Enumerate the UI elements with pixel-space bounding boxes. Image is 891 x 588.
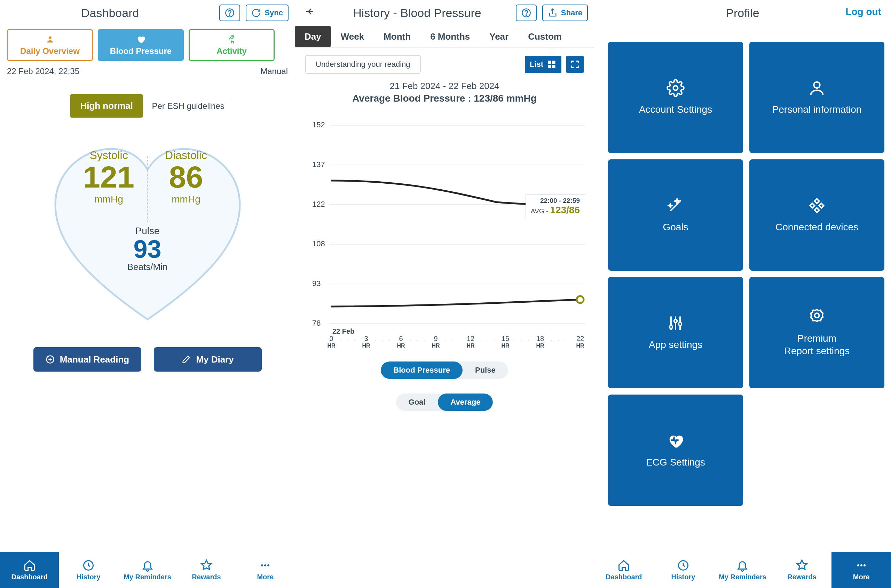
range-year[interactable]: Year xyxy=(479,26,518,47)
svg-point-10 xyxy=(526,15,527,15)
clock-icon xyxy=(82,559,95,572)
svg-point-7 xyxy=(264,564,266,566)
more-icon xyxy=(259,559,272,572)
svg-point-17 xyxy=(673,86,678,90)
tab-daily-overview[interactable]: Daily Overview xyxy=(7,29,93,61)
nav2-dashboard[interactable]: Dashboard xyxy=(594,552,654,588)
xtick: 22HR xyxy=(573,335,587,349)
x-axis-date: 22 Feb xyxy=(332,327,354,335)
status-badge: High normal xyxy=(70,94,143,118)
sync-icon xyxy=(251,8,261,18)
nav-more[interactable]: More xyxy=(236,552,295,588)
range-custom[interactable]: Custom xyxy=(518,26,571,47)
clock-icon xyxy=(677,559,690,572)
edit-icon xyxy=(181,354,191,364)
bottom-nav-dashboard: Dashboard History My Reminders Rewards M… xyxy=(0,552,295,588)
tile-app-settings[interactable]: App settings xyxy=(608,277,743,388)
nav-history[interactable]: History xyxy=(59,552,118,588)
user-icon xyxy=(45,34,55,44)
expand-icon xyxy=(570,60,580,69)
nav2-rewards[interactable]: Rewards xyxy=(772,552,832,588)
seg-blood-pressure[interactable]: Blood Pressure xyxy=(381,362,463,379)
star-icon xyxy=(200,559,213,572)
seg-average[interactable]: Average xyxy=(438,393,493,411)
nav2-more[interactable]: More xyxy=(831,552,891,588)
my-diary-button[interactable]: My Diary xyxy=(154,347,262,372)
svg-rect-13 xyxy=(548,65,551,68)
pulse-value: 93 xyxy=(128,237,168,262)
share-button[interactable]: Share xyxy=(542,4,588,21)
reading-timestamp: 22 Feb 2024, 22:35 xyxy=(7,66,80,76)
svg-point-16 xyxy=(577,296,584,303)
history-pane: History - Blood Pressure Share Day Week … xyxy=(295,0,594,588)
dashboard-title: Dashboard xyxy=(81,6,139,20)
help-button-history[interactable] xyxy=(516,4,537,21)
nav-reminders[interactable]: My Reminders xyxy=(118,552,177,588)
diastolic-value: 86 xyxy=(169,162,203,192)
svg-point-21 xyxy=(679,322,682,326)
chart-date-range: 21 Feb 2024 - 22 Feb 2024 xyxy=(295,81,594,92)
svg-point-22 xyxy=(815,313,819,318)
tab-activity[interactable]: Activity xyxy=(189,29,275,61)
pulse-unit: Beats/Min xyxy=(128,262,168,272)
status-note: Per ESH guidelines xyxy=(152,101,224,111)
svg-point-3 xyxy=(232,35,234,37)
ecg-heart-icon xyxy=(667,432,685,450)
tile-personal-info[interactable]: Personal information xyxy=(749,42,884,153)
profile-title: Profile xyxy=(726,6,759,20)
more-icon xyxy=(855,559,868,572)
nav2-reminders[interactable]: My Reminders xyxy=(713,552,772,588)
svg-point-2 xyxy=(49,36,51,39)
tile-account-settings[interactable]: Account Settings xyxy=(608,42,743,153)
back-button[interactable] xyxy=(301,5,319,21)
range-6months[interactable]: 6 Months xyxy=(421,26,479,47)
fullscreen-button[interactable] xyxy=(566,56,584,73)
diastolic-unit: mmHg xyxy=(171,194,200,205)
devices-icon xyxy=(808,196,826,214)
understanding-reading-button[interactable]: Understanding your reading xyxy=(305,55,421,74)
svg-point-19 xyxy=(670,326,673,328)
svg-rect-11 xyxy=(548,61,551,64)
sync-button[interactable]: Sync xyxy=(246,4,288,21)
help-button-dashboard[interactable] xyxy=(219,4,240,21)
bp-chart: 152 137 122 108 93 78 22:00 - 22:59 AVG … xyxy=(302,104,587,389)
reading-mode: Manual xyxy=(260,66,288,76)
logout-link[interactable]: Log out xyxy=(845,6,881,17)
bp-heart-widget: Systolic 121 mmHg Diastolic 86 mmHg Puls… xyxy=(45,138,250,326)
svg-point-20 xyxy=(674,320,677,322)
tab-blood-pressure[interactable]: Blood Pressure xyxy=(98,29,184,61)
home-icon xyxy=(618,559,630,572)
range-tabs: Day Week Month 6 Months Year Custom xyxy=(295,26,594,48)
xtick: 18HR xyxy=(533,335,547,349)
chart-subtitle: Average Blood Pressure : 123/86 mmHg xyxy=(295,93,594,104)
svg-point-26 xyxy=(864,564,865,566)
svg-point-1 xyxy=(229,15,230,15)
svg-point-25 xyxy=(860,564,862,566)
tile-ecg-settings[interactable]: ECG Settings xyxy=(608,394,743,506)
bell-icon xyxy=(141,559,154,572)
seg-goal[interactable]: Goal xyxy=(396,393,438,411)
heart-icon xyxy=(136,34,146,44)
range-day[interactable]: Day xyxy=(295,26,331,47)
arrow-left-icon xyxy=(305,6,315,17)
manual-reading-button[interactable]: Manual Reading xyxy=(33,347,141,372)
range-week[interactable]: Week xyxy=(331,26,374,47)
svg-rect-12 xyxy=(552,61,555,64)
bell-icon xyxy=(736,559,749,572)
home-icon xyxy=(23,559,36,572)
dashboard-tabs: Daily Overview Blood Pressure Activity xyxy=(0,26,295,63)
svg-point-8 xyxy=(267,564,269,566)
dashboard-pane: Dashboard Sync Daily Overview Blood Pres… xyxy=(0,0,295,588)
history-title: History - Blood Pressure xyxy=(353,6,481,20)
tile-connected-devices[interactable]: Connected devices xyxy=(749,159,884,271)
user-outline-icon xyxy=(808,79,826,97)
tile-premium-report[interactable]: Premium Report settings xyxy=(749,277,884,388)
nav-dashboard[interactable]: Dashboard xyxy=(0,552,59,588)
range-month[interactable]: Month xyxy=(374,26,421,47)
tile-goals[interactable]: Goals xyxy=(608,159,743,271)
nav-rewards[interactable]: Rewards xyxy=(177,552,236,588)
svg-point-24 xyxy=(857,564,859,566)
seg-pulse[interactable]: Pulse xyxy=(463,362,508,379)
nav2-history[interactable]: History xyxy=(654,552,713,588)
list-view-button[interactable]: List xyxy=(525,56,561,73)
